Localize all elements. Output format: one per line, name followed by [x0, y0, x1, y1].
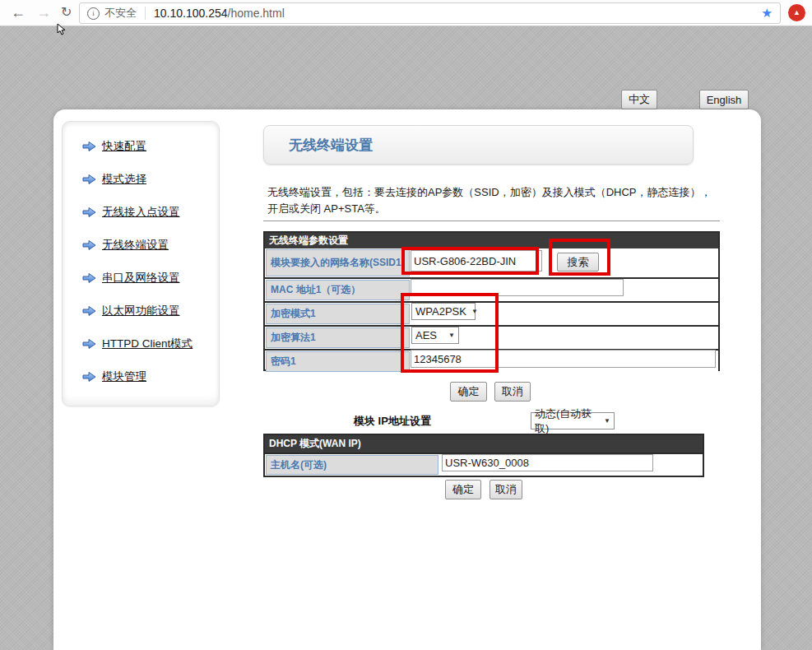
- encryption-algorithm-label: 加密算法1: [266, 327, 410, 348]
- sta-table-header: 无线终端参数设置: [265, 233, 718, 248]
- back-icon[interactable]: ←: [11, 2, 26, 22]
- encryption-mode-value: WPA2PSK: [415, 305, 466, 318]
- section-divider: [263, 221, 720, 221]
- sidebar-item-ap-settings[interactable]: 无线接入点设置: [82, 204, 193, 221]
- module-ip-label: 模块 IP地址设置: [354, 414, 431, 429]
- page-title: 无线终端设置: [289, 136, 693, 155]
- sidebar-item-label: 以太网功能设置: [102, 304, 180, 318]
- sidebar: 快速配置 模式选择 无线接入点设置 无线终端设置 串口及网络设置 以太网功能设置: [62, 121, 220, 406]
- hostname-input[interactable]: [442, 454, 653, 471]
- page-title-box: 无线终端设置: [263, 125, 694, 165]
- bookmark-star-icon[interactable]: ★: [762, 6, 773, 21]
- arrow-right-icon: [82, 272, 96, 284]
- lang-chinese-button[interactable]: 中文: [621, 90, 657, 109]
- mac-label: MAC 地址1（可选）: [266, 280, 410, 300]
- arrow-right-icon: [82, 207, 96, 218]
- arrow-right-icon: [82, 141, 96, 152]
- encryption-mode-label: 加密模式1: [266, 304, 410, 324]
- info-icon[interactable]: i: [87, 7, 100, 20]
- url-host[interactable]: 10.10.100.254: [154, 7, 228, 20]
- extension-icon[interactable]: ▲: [788, 4, 805, 21]
- sidebar-item-label: 无线终端设置: [102, 238, 169, 253]
- table-row: 加密模式1: [265, 301, 718, 325]
- browser-toolbar: ← → ↻ i 不安全 10.10.100.254 /home.html ★ ▲: [0, 0, 812, 26]
- sidebar-item-label: HTTPD Client模式: [102, 337, 193, 351]
- sidebar-item-label: 快速配置: [102, 139, 146, 154]
- sidebar-item-module-management[interactable]: 模块管理: [82, 369, 193, 385]
- sidebar-item-label: 无线接入点设置: [102, 205, 180, 220]
- arrow-right-icon: [82, 239, 96, 251]
- mac-address-input[interactable]: [411, 279, 624, 296]
- sidebar-item-mode-select[interactable]: 模式选择: [82, 171, 193, 188]
- dhcp-cancel-button[interactable]: 取消: [490, 480, 522, 499]
- chevron-down-icon: ▼: [448, 332, 455, 339]
- arrow-right-icon: [82, 371, 96, 383]
- dhcp-ok-button[interactable]: 确定: [445, 480, 481, 499]
- encryption-mode-select[interactable]: WPA2PSK ▼: [411, 303, 476, 320]
- sidebar-item-label: 模式选择: [102, 172, 146, 187]
- table-row: 加密算法1: [265, 325, 718, 349]
- address-bar[interactable]: i 不安全 10.10.100.254 /home.html ★: [79, 2, 781, 24]
- sidebar-item-httpd-client[interactable]: HTTPD Client模式: [82, 336, 193, 352]
- sidebar-item-label: 模块管理: [102, 369, 146, 384]
- mouse-cursor: [57, 23, 67, 36]
- forward-icon[interactable]: →: [36, 2, 51, 22]
- sta-cancel-button[interactable]: 取消: [494, 382, 531, 402]
- encryption-algorithm-value: AES: [415, 329, 437, 341]
- page-description: 无线终端设置，包括：要去连接的AP参数（SSID，加密）及接入模式（DHCP，静…: [267, 184, 720, 217]
- lang-english-button[interactable]: English: [699, 90, 749, 109]
- dhcp-table-header: DHCP 模式(WAN IP): [265, 435, 703, 453]
- security-label[interactable]: 不安全: [104, 6, 137, 21]
- ip-mode-value: 动态(自动获取): [535, 406, 599, 436]
- encryption-algorithm-select[interactable]: AES ▼: [411, 327, 459, 344]
- ssid-input[interactable]: [411, 250, 542, 272]
- sidebar-item-ethernet-settings[interactable]: 以太网功能设置: [82, 303, 193, 319]
- password-label: 密码1: [266, 351, 410, 372]
- chevron-down-icon: ▼: [471, 308, 478, 315]
- sta-ok-button[interactable]: 确定: [450, 382, 487, 402]
- arrow-right-icon: [82, 338, 96, 350]
- hostname-label: 主机名(可选): [266, 455, 438, 475]
- arrow-right-icon: [82, 305, 96, 317]
- url-path[interactable]: /home.html: [228, 7, 285, 20]
- arrow-right-icon: [82, 174, 96, 185]
- ssid-label: 模块要接入的网络名称(SSID1: [266, 249, 410, 276]
- reload-icon[interactable]: ↻: [61, 2, 72, 22]
- chevron-down-icon: ▼: [604, 417, 610, 425]
- sidebar-item-uart-settings[interactable]: 串口及网络设置: [82, 270, 193, 286]
- url-divider: [145, 7, 146, 20]
- sidebar-item-label: 串口及网络设置: [102, 271, 180, 286]
- sidebar-item-sta-settings[interactable]: 无线终端设置: [82, 237, 193, 253]
- sidebar-menu: 快速配置 模式选择 无线接入点设置 无线终端设置 串口及网络设置 以太网功能设置: [82, 138, 193, 402]
- ip-mode-select[interactable]: 动态(自动获取) ▼: [531, 412, 615, 429]
- search-button[interactable]: 搜索: [557, 253, 599, 272]
- sidebar-item-quick-config[interactable]: 快速配置: [82, 138, 193, 155]
- password-input[interactable]: [411, 350, 716, 368]
- screen: ← → ↻ i 不安全 10.10.100.254 /home.html ★ ▲…: [0, 0, 812, 650]
